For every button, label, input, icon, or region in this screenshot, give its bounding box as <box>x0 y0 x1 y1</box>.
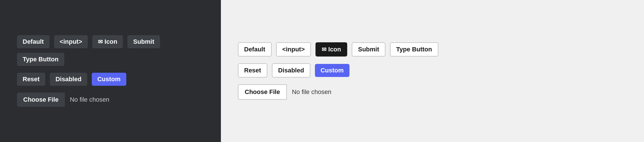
dark-reset-button[interactable]: Reset <box>17 73 45 86</box>
light-icon-label: Icon <box>328 46 341 53</box>
light-disabled-button[interactable]: Disabled <box>272 63 310 78</box>
light-row-2: Reset Disabled Custom <box>238 63 349 78</box>
dark-default-button[interactable]: Default <box>17 35 50 48</box>
light-no-file-label: No file chosen <box>287 85 336 99</box>
light-icon-button[interactable]: ✉ Icon <box>315 42 347 57</box>
dark-icon-button[interactable]: ✉ Icon <box>92 35 123 48</box>
dark-panel: Default <input> ✉ Icon Submit Type Butto… <box>0 0 221 142</box>
envelope-icon-light: ✉ <box>322 46 327 53</box>
dark-input-button[interactable]: <input> <box>54 35 88 48</box>
light-choose-file-button[interactable]: Choose File <box>238 84 287 100</box>
light-default-button[interactable]: Default <box>238 42 272 57</box>
dark-icon-label: Icon <box>105 38 117 45</box>
dark-submit-button[interactable]: Submit <box>127 35 160 48</box>
light-type-button[interactable]: Type Button <box>390 42 438 57</box>
light-reset-button[interactable]: Reset <box>238 63 267 78</box>
dark-choose-file-button[interactable]: Choose File <box>17 93 65 107</box>
light-submit-button[interactable]: Submit <box>352 42 385 57</box>
light-panel: Default <input> ✉ Icon Submit Type Butto… <box>221 0 644 142</box>
dark-type-button[interactable]: Type Button <box>17 53 64 66</box>
dark-no-file-label: No file chosen <box>65 93 114 107</box>
light-input-button[interactable]: <input> <box>276 42 311 57</box>
dark-disabled-button[interactable]: Disabled <box>50 73 87 86</box>
dark-file-input-area: Choose File No file chosen <box>17 93 114 107</box>
dark-custom-button[interactable]: Custom <box>92 73 126 86</box>
envelope-icon: ✉ <box>98 38 103 45</box>
light-custom-button[interactable]: Custom <box>315 64 349 77</box>
light-row-1: Default <input> ✉ Icon Submit Type Butto… <box>238 42 438 57</box>
dark-row-1: Default <input> ✉ Icon Submit Type Butto… <box>17 35 204 66</box>
light-file-input-area: Choose File No file chosen <box>238 84 336 100</box>
dark-row-2: Reset Disabled Custom <box>17 73 126 86</box>
